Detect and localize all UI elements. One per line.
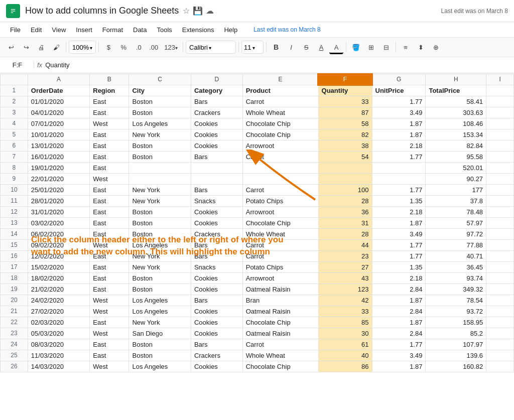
cell-2-9[interactable]: [486, 96, 514, 107]
cell-6-2[interactable]: East: [90, 140, 129, 151]
cell-12-2[interactable]: East: [90, 206, 129, 217]
cell-7-4[interactable]: Bars: [191, 151, 242, 162]
cell-4-4[interactable]: Cookies: [191, 118, 242, 129]
cell-7-6[interactable]: 54: [318, 151, 372, 162]
cell-4-9[interactable]: [486, 118, 514, 129]
cell-11-7[interactable]: 1.35: [372, 195, 426, 206]
row-header-23[interactable]: 23: [1, 328, 28, 339]
undo-button[interactable]: ↩: [4, 40, 18, 54]
percent-button[interactable]: %: [116, 40, 131, 54]
cell-19-3[interactable]: Boston: [129, 284, 191, 295]
cell-15-1[interactable]: 09/02/2020: [28, 239, 89, 250]
cell-23-6[interactable]: 30: [318, 328, 372, 339]
cell-19-9[interactable]: [486, 284, 514, 295]
cell-19-2[interactable]: East: [90, 284, 129, 295]
cell-13-1[interactable]: 03/02/2020: [28, 217, 89, 228]
cell-12-7[interactable]: 2.18: [372, 206, 426, 217]
cell-25-7[interactable]: 3.49: [372, 350, 426, 361]
cell-10-6[interactable]: 100: [318, 184, 372, 195]
cell-20-4[interactable]: Bars: [191, 295, 242, 306]
cell-20-1[interactable]: 24/02/2020: [28, 295, 89, 306]
row-header-14[interactable]: 14: [1, 228, 28, 239]
cell-8-6[interactable]: [318, 162, 372, 173]
cell-14-8[interactable]: 97.72: [426, 228, 486, 239]
cell-14-4[interactable]: Crackers: [191, 228, 242, 239]
cell-2-6[interactable]: 33: [318, 96, 372, 107]
cell-22-7[interactable]: 1.87: [372, 317, 426, 328]
menu-help[interactable]: Help: [220, 24, 241, 36]
last-edit-link[interactable]: Last edit was on March 8: [253, 26, 320, 33]
menu-edit[interactable]: Edit: [27, 24, 46, 36]
cell-5-8[interactable]: 153.34: [426, 129, 486, 140]
cell-5-7[interactable]: 1.87: [372, 129, 426, 140]
cell-8-1[interactable]: 19/01/2020: [28, 162, 89, 173]
row-header-21[interactable]: 21: [1, 306, 28, 317]
cell-13-2[interactable]: East: [90, 217, 129, 228]
row-header-10[interactable]: 10: [1, 184, 28, 195]
cell-8-3[interactable]: [129, 162, 191, 173]
cell-14-2[interactable]: East: [90, 228, 129, 239]
cell-18-3[interactable]: Boston: [129, 272, 191, 284]
cell-11-9[interactable]: [486, 195, 514, 206]
cell-12-8[interactable]: 78.48: [426, 206, 486, 217]
cell-20-2[interactable]: West: [90, 295, 129, 306]
cell-26-1[interactable]: 14/03/2020: [28, 361, 89, 372]
cell-10-1[interactable]: 25/01/2020: [28, 184, 89, 195]
cell-24-9[interactable]: [486, 339, 514, 350]
row-header-6[interactable]: 6: [1, 140, 28, 151]
cell-10-4[interactable]: Bars: [191, 184, 242, 195]
cell-21-4[interactable]: Cookies: [191, 306, 242, 317]
row-header-15[interactable]: 15: [1, 239, 28, 250]
row-header-24[interactable]: 24: [1, 339, 28, 350]
cell-2-8[interactable]: 58.41: [426, 96, 486, 107]
col-header-I[interactable]: I: [486, 74, 514, 85]
cell-6-4[interactable]: Cookies: [191, 140, 242, 151]
cell-26-4[interactable]: Cookies: [191, 361, 242, 372]
cell-1-2[interactable]: Region: [90, 85, 129, 96]
dec-increase-button[interactable]: .00: [147, 40, 161, 54]
cell-20-5[interactable]: Bran: [242, 295, 318, 306]
cell-7-9[interactable]: [486, 151, 514, 162]
col-header-B[interactable]: B: [90, 74, 129, 85]
row-header-25[interactable]: 25: [1, 350, 28, 361]
cell-12-9[interactable]: [486, 206, 514, 217]
cell-13-8[interactable]: 57.97: [426, 217, 486, 228]
cell-19-5[interactable]: Oatmeal Raisin: [242, 284, 318, 295]
cell-7-8[interactable]: 95.58: [426, 151, 486, 162]
col-header-C[interactable]: C: [129, 74, 191, 85]
cell-21-8[interactable]: 93.72: [426, 306, 486, 317]
row-header-8[interactable]: 8: [1, 162, 28, 173]
row-header-19[interactable]: 19: [1, 284, 28, 295]
cell-22-4[interactable]: Cookies: [191, 317, 242, 328]
cell-5-3[interactable]: New York: [129, 129, 191, 140]
cell-14-3[interactable]: Boston: [129, 228, 191, 239]
cell-15-2[interactable]: West: [90, 239, 129, 250]
cell-19-4[interactable]: Cookies: [191, 284, 242, 295]
text-color-button[interactable]: A: [329, 40, 343, 54]
col-header-G[interactable]: G: [372, 74, 426, 85]
cell-11-1[interactable]: 28/01/2020: [28, 195, 89, 206]
cell-23-9[interactable]: [486, 328, 514, 339]
cell-1-5[interactable]: Product: [242, 85, 318, 96]
row-header-18[interactable]: 18: [1, 272, 28, 284]
row-header-4[interactable]: 4: [1, 118, 28, 129]
cell-23-5[interactable]: Oatmeal Raisin: [242, 328, 318, 339]
cell-14-6[interactable]: 28: [318, 228, 372, 239]
cell-11-8[interactable]: 37.8: [426, 195, 486, 206]
cell-6-1[interactable]: 13/01/2020: [28, 140, 89, 151]
cell-6-3[interactable]: Boston: [129, 140, 191, 151]
more-options-button[interactable]: ⊕: [429, 40, 443, 54]
cell-7-2[interactable]: East: [90, 151, 129, 162]
cell-4-5[interactable]: Chocolate Chip: [242, 118, 318, 129]
cell-26-7[interactable]: 1.87: [372, 361, 426, 372]
cell-16-9[interactable]: [486, 250, 514, 261]
row-header-2[interactable]: 2: [1, 96, 28, 107]
cell-24-4[interactable]: Bars: [191, 339, 242, 350]
cell-23-2[interactable]: West: [90, 328, 129, 339]
dollar-button[interactable]: $: [101, 40, 115, 54]
row-header-16[interactable]: 16: [1, 250, 28, 261]
menu-format[interactable]: Format: [98, 24, 127, 36]
cell-15-4[interactable]: Bars: [191, 239, 242, 250]
cell-17-7[interactable]: 1.35: [372, 261, 426, 272]
cell-7-3[interactable]: Boston: [129, 151, 191, 162]
